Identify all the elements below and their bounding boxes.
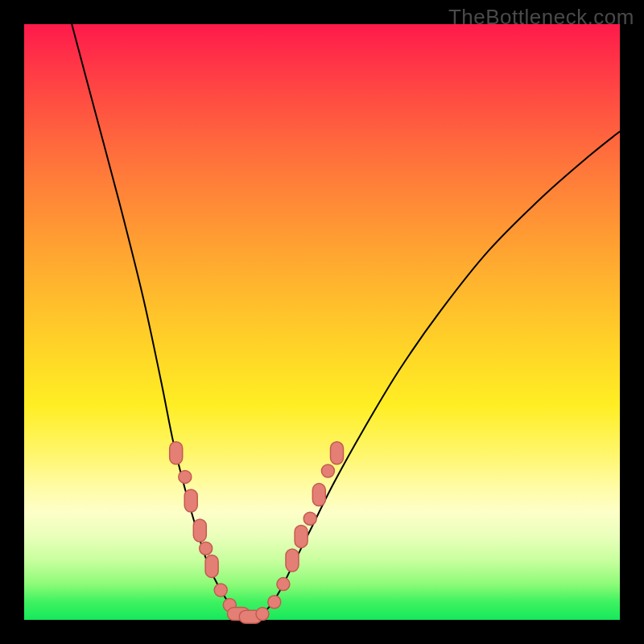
bottleneck-curve: [72, 24, 620, 618]
chart-plot-area: [24, 24, 620, 620]
data-marker: [200, 542, 213, 555]
data-marker: [170, 442, 183, 464]
data-markers: [170, 442, 344, 624]
data-marker: [295, 525, 308, 547]
data-marker: [179, 470, 192, 483]
data-marker: [205, 555, 218, 577]
data-marker: [268, 596, 281, 609]
data-marker: [286, 549, 299, 572]
data-marker: [331, 442, 344, 464]
data-marker: [303, 512, 316, 525]
chart-svg: [24, 24, 620, 620]
data-marker: [184, 489, 197, 512]
data-marker: [277, 578, 290, 591]
data-marker: [312, 484, 325, 506]
data-marker: [321, 464, 334, 477]
data-marker: [193, 519, 206, 542]
data-marker: [214, 584, 227, 597]
chart-frame: TheBottleneck.com: [0, 0, 644, 644]
data-marker: [256, 608, 269, 621]
watermark-text: TheBottleneck.com: [448, 5, 634, 30]
